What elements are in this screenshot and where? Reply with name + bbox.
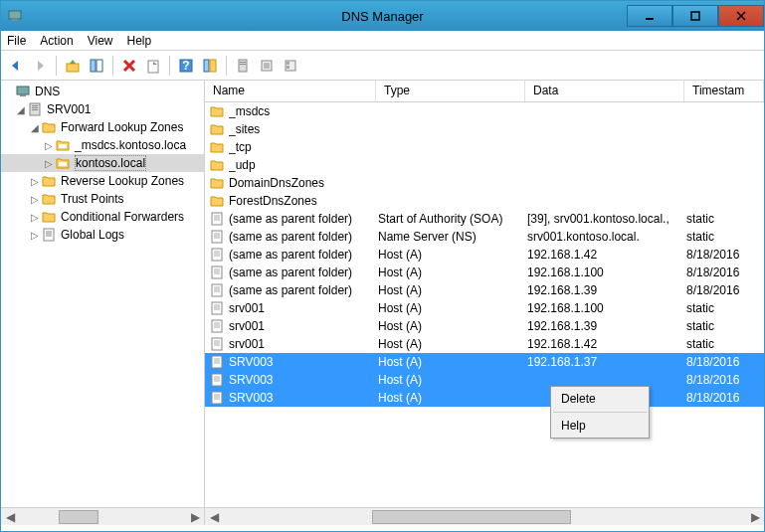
cell-name: (same as parent folder) xyxy=(229,248,378,262)
expander-icon[interactable]: ▷ xyxy=(29,176,41,187)
column-type[interactable]: Type xyxy=(376,81,525,101)
menu-action[interactable]: Action xyxy=(40,34,73,48)
list-row[interactable]: DomainDnsZones xyxy=(205,174,764,192)
svg-rect-78 xyxy=(212,392,222,404)
expander-icon[interactable]: ▷ xyxy=(29,230,41,241)
list-hscrollbar[interactable]: ◀ ▶ xyxy=(205,507,764,525)
list-row[interactable]: _msdcs xyxy=(205,102,764,120)
tree-root-dns[interactable]: DNS xyxy=(1,83,204,100)
expander-icon[interactable]: ▷ xyxy=(43,140,55,151)
expander-icon[interactable]: ◢ xyxy=(15,104,27,115)
expander-icon[interactable]: ▷ xyxy=(29,212,41,223)
list-row[interactable]: (same as parent folder)Name Server (NS)s… xyxy=(205,228,764,246)
record-icon xyxy=(209,282,225,298)
close-button[interactable] xyxy=(718,5,764,27)
context-delete[interactable]: Delete xyxy=(551,387,649,411)
cell-type: Host (A) xyxy=(378,391,527,405)
cell-name: srv001 xyxy=(229,337,378,351)
tree-zone-msdcs[interactable]: ▷ _msdcs.kontoso.loca xyxy=(1,136,204,154)
up-button[interactable] xyxy=(62,55,84,77)
cell-timestamp: 8/18/2016 xyxy=(686,391,764,405)
expander-icon[interactable]: ▷ xyxy=(43,158,55,169)
column-name[interactable]: Name xyxy=(205,81,376,101)
tree-label: Global Logs xyxy=(61,228,124,242)
svg-rect-66 xyxy=(212,338,222,350)
list-row[interactable]: SRV003Host (A)8/18/2016 xyxy=(205,389,764,407)
cell-name: (same as parent folder) xyxy=(229,266,378,279)
record-icon xyxy=(209,265,225,280)
forward-button[interactable] xyxy=(29,55,51,77)
scroll-left-icon[interactable]: ◀ xyxy=(205,509,223,525)
list-row[interactable]: _udp xyxy=(205,156,764,174)
list-row[interactable]: srv001Host (A)192.168.1.42static xyxy=(205,335,764,353)
help-button[interactable]: ? xyxy=(175,55,197,77)
context-help[interactable]: Help xyxy=(551,414,649,438)
cell-timestamp: 8/18/2016 xyxy=(686,355,764,369)
folder-icon xyxy=(209,103,225,119)
maximize-button[interactable] xyxy=(672,5,718,27)
tree-server[interactable]: ◢ SRV001 xyxy=(1,100,204,118)
record-icon xyxy=(209,229,225,245)
column-timestamp[interactable]: Timestam xyxy=(684,81,764,101)
list-row[interactable]: _sites xyxy=(205,120,764,138)
toolbar: ? xyxy=(1,51,764,81)
tree-hscrollbar[interactable]: ◀ ▶ xyxy=(1,507,204,525)
svg-rect-74 xyxy=(212,374,222,386)
svg-rect-16 xyxy=(239,60,247,72)
tree-label: Conditional Forwarders xyxy=(61,210,184,224)
tree-reverse-lookup-zones[interactable]: ▷ Reverse Lookup Zones xyxy=(1,172,204,190)
new-record-button[interactable] xyxy=(280,55,301,77)
context-separator xyxy=(553,412,647,413)
cell-timestamp: 8/18/2016 xyxy=(686,248,764,262)
context-menu: Delete Help xyxy=(550,386,650,439)
scroll-thumb[interactable] xyxy=(59,510,98,524)
list-row[interactable]: (same as parent folder)Start of Authorit… xyxy=(205,210,764,228)
menu-view[interactable]: View xyxy=(88,34,113,48)
svg-rect-3 xyxy=(691,12,699,20)
refresh-button[interactable] xyxy=(142,55,164,77)
cell-data: 192.168.1.100 xyxy=(527,266,686,279)
new-zone-button[interactable] xyxy=(256,55,278,77)
svg-rect-25 xyxy=(287,66,289,69)
tree-label: SRV001 xyxy=(47,102,91,116)
show-hide-tree-button[interactable] xyxy=(86,55,107,77)
svg-rect-14 xyxy=(204,60,209,72)
list-row[interactable]: srv001Host (A)192.168.1.100static xyxy=(205,299,764,317)
tree-trust-points[interactable]: ▷ Trust Points xyxy=(1,190,204,208)
tree-global-logs[interactable]: ▷ Global Logs xyxy=(1,226,204,244)
list-row[interactable]: (same as parent folder)Host (A)192.168.1… xyxy=(205,246,764,264)
menu-help[interactable]: Help xyxy=(127,34,152,48)
new-server-button[interactable] xyxy=(232,55,254,77)
list-row[interactable]: (same as parent folder)Host (A)192.168.1… xyxy=(205,281,764,299)
scroll-right-icon[interactable]: ▶ xyxy=(746,509,764,525)
svg-rect-1 xyxy=(12,19,18,21)
back-button[interactable] xyxy=(5,55,27,77)
scroll-right-icon[interactable]: ▶ xyxy=(186,509,204,525)
list-row[interactable]: _tcp xyxy=(205,138,764,156)
tree-forward-lookup-zones[interactable]: ◢ Forward Lookup Zones xyxy=(1,118,204,136)
expander-icon[interactable]: ▷ xyxy=(29,194,41,205)
scroll-left-icon[interactable]: ◀ xyxy=(1,509,19,525)
list-row[interactable]: SRV003Host (A)192.168.1.378/18/2016 xyxy=(205,353,764,371)
cell-data: 192.168.1.42 xyxy=(527,337,686,351)
menu-file[interactable]: File xyxy=(7,34,26,48)
cell-timestamp: static xyxy=(686,301,764,315)
delete-button[interactable] xyxy=(118,55,140,77)
svg-rect-58 xyxy=(212,302,222,314)
scroll-thumb[interactable] xyxy=(372,510,571,524)
record-icon xyxy=(209,390,225,406)
minimize-button[interactable] xyxy=(627,5,672,27)
list-row[interactable]: SRV003Host (A)8/18/2016 xyxy=(205,371,764,389)
cell-name: srv001 xyxy=(229,301,378,315)
column-data[interactable]: Data xyxy=(525,81,684,101)
properties-button[interactable] xyxy=(199,55,221,77)
list-row[interactable]: (same as parent folder)Host (A)192.168.1… xyxy=(205,264,764,281)
list-row[interactable]: srv001Host (A)192.168.1.39static xyxy=(205,317,764,335)
tree-zone-kontoso[interactable]: ▷ kontoso.local xyxy=(1,154,204,172)
expander-icon[interactable]: ◢ xyxy=(29,122,41,133)
cell-name: _tcp xyxy=(229,140,378,154)
list-row[interactable]: ForestDnsZones xyxy=(205,192,764,210)
cell-data: srv001.kontoso.local. xyxy=(527,230,686,244)
tree-conditional-forwarders[interactable]: ▷ Conditional Forwarders xyxy=(1,208,204,226)
svg-rect-24 xyxy=(287,62,289,65)
